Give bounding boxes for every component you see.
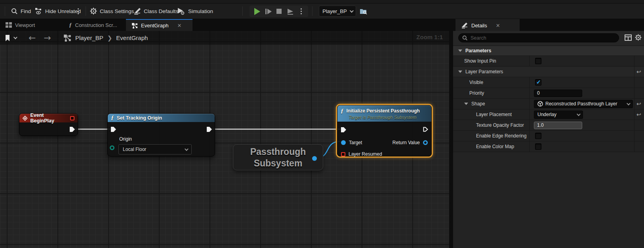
display-filter-icon[interactable] bbox=[625, 34, 632, 41]
search-icon bbox=[11, 8, 18, 15]
divider bbox=[20, 34, 21, 42]
return-value-label: Return Value bbox=[392, 140, 420, 145]
exec-in-pin[interactable] bbox=[341, 127, 346, 132]
play-button[interactable] bbox=[254, 8, 260, 15]
expander-triangle-icon bbox=[458, 71, 462, 73]
breadcrumb-root[interactable]: Player_BP bbox=[75, 34, 103, 41]
tab-eventgraph-label: EventGraph bbox=[141, 23, 168, 29]
target-label: Target bbox=[349, 140, 362, 145]
category-parameters[interactable]: Parameters bbox=[453, 46, 644, 56]
enable-edge-rendering-checkbox[interactable] bbox=[535, 133, 541, 139]
bookmark-chevron-icon[interactable] bbox=[13, 35, 17, 39]
possess-button[interactable] bbox=[287, 8, 294, 15]
node-initialize-persistent-passthrough[interactable]: ƒ Initialize Persistent Passthrough Targ… bbox=[337, 105, 432, 156]
category-label: Parameters bbox=[465, 48, 491, 53]
node-initialize-header: ƒ Initialize Persistent Passthrough Targ… bbox=[337, 105, 431, 122]
nav-back-button[interactable]: ← bbox=[25, 33, 40, 43]
property-label: Priority bbox=[469, 90, 484, 96]
expander-triangle-icon bbox=[464, 103, 468, 105]
texture-opacity-input[interactable] bbox=[534, 122, 582, 129]
property-label: Texture Opacity Factor bbox=[476, 122, 524, 128]
hide-unrelated-options-button[interactable] bbox=[76, 4, 80, 19]
stop-button[interactable] bbox=[276, 9, 282, 14]
chevron-down-icon bbox=[185, 147, 189, 151]
origin-enum-pin[interactable] bbox=[110, 145, 114, 150]
browse-to-asset-button[interactable] bbox=[360, 4, 368, 19]
visible-checkbox[interactable] bbox=[535, 79, 541, 86]
class-settings-button[interactable]: Class Settings bbox=[90, 4, 134, 19]
play-options-button[interactable] bbox=[299, 8, 303, 14]
menu-bar-strip bbox=[0, 0, 644, 4]
show-input-pin-checkbox[interactable] bbox=[535, 58, 541, 64]
frame-skip-button[interactable] bbox=[265, 9, 272, 14]
reset-to-default-icon[interactable]: ↩ bbox=[636, 69, 641, 75]
tab-viewport-label: Viewport bbox=[15, 22, 35, 28]
event-icon bbox=[23, 116, 27, 121]
tab-details[interactable]: Details ✕ bbox=[455, 19, 520, 31]
shape-dropdown[interactable]: Reconstructed Passthrough Layer bbox=[534, 100, 633, 108]
blueprint-selector-dropdown[interactable]: Player_BP bbox=[319, 6, 356, 17]
reset-to-default-icon[interactable]: ↩ bbox=[636, 101, 641, 107]
subsystem-out-pin[interactable] bbox=[312, 156, 317, 161]
details-search-row bbox=[453, 31, 644, 46]
origin-pin-label: Origin bbox=[119, 136, 132, 142]
close-details-icon[interactable]: ✕ bbox=[496, 23, 500, 29]
settings-gear-icon[interactable] bbox=[635, 34, 642, 41]
bookmark-icon[interactable] bbox=[5, 34, 10, 42]
eventgraph-canvas[interactable]: ← → Player_BP ❯ EventGraph Zoom 1:1 Even… bbox=[0, 31, 449, 248]
target-pin-row: Target bbox=[341, 140, 362, 145]
hide-unrelated-label: Hide Unrelated bbox=[45, 8, 81, 14]
property-row-shape: Shape Reconstructed Passthrough Layer ↩ bbox=[453, 99, 644, 109]
tab-details-label: Details bbox=[471, 23, 487, 29]
return-value-pin-row: Return Value bbox=[392, 140, 428, 145]
shape-value: Reconstructed Passthrough Layer bbox=[545, 101, 617, 107]
enable-color-map-checkbox[interactable] bbox=[535, 143, 541, 150]
property-row-layer-parameters[interactable]: Layer Parameters ↩ bbox=[453, 67, 644, 77]
tab-viewport[interactable]: Viewport bbox=[0, 19, 60, 31]
kebab-icon bbox=[76, 8, 80, 14]
close-tab-icon[interactable]: ✕ bbox=[177, 23, 181, 29]
search-box[interactable] bbox=[458, 33, 619, 42]
panel-splitter[interactable] bbox=[449, 19, 453, 248]
function-icon: ƒ bbox=[69, 22, 72, 29]
target-pin[interactable] bbox=[341, 140, 346, 145]
details-panel: Parameters Show Input Pin Layer Paramete… bbox=[453, 31, 644, 248]
property-label: Enable Color Map bbox=[476, 144, 514, 149]
exec-out-pin[interactable] bbox=[207, 127, 212, 132]
reset-to-default-icon[interactable]: ↩ bbox=[636, 111, 641, 118]
gear-icon bbox=[90, 8, 97, 15]
class-settings-label: Class Settings bbox=[100, 8, 134, 14]
node-get-passthrough-subsystem[interactable]: Passthrough Subsystem bbox=[233, 144, 323, 170]
search-input[interactable] bbox=[471, 35, 605, 41]
node-set-tracking-origin[interactable]: ƒ Set Tracking Origin Origin Local Floor bbox=[107, 113, 215, 156]
origin-value-dropdown[interactable]: Local Floor bbox=[118, 144, 192, 155]
edit-defaults-icon bbox=[133, 8, 141, 15]
find-button[interactable]: Find bbox=[11, 4, 31, 19]
exec-in-pin[interactable] bbox=[111, 127, 116, 132]
class-defaults-button[interactable]: Class Defaults bbox=[133, 4, 178, 19]
nav-forward-button[interactable]: → bbox=[40, 33, 55, 43]
delegate-pin[interactable] bbox=[70, 116, 74, 120]
layer-resumed-pin[interactable] bbox=[341, 152, 345, 156]
tab-eventgraph[interactable]: EventGraph ✕ bbox=[126, 19, 192, 31]
exec-out-pin[interactable] bbox=[70, 127, 75, 132]
priority-input[interactable] bbox=[534, 90, 582, 97]
simulation-button[interactable]: Simulation bbox=[177, 4, 213, 19]
breadcrumb-separator: ❯ bbox=[107, 34, 112, 42]
property-row-layer-placement: Layer Placement Underlay ↩ bbox=[453, 109, 644, 120]
chevron-down-icon bbox=[577, 112, 581, 116]
property-label: Layer Placement bbox=[476, 112, 512, 117]
tab-construction-script[interactable]: ƒ Construction Scr... bbox=[63, 19, 126, 31]
node-event-beginplay-header: Event BeginPlay bbox=[19, 114, 78, 122]
toolbar-separator bbox=[312, 6, 312, 16]
exec-out-pin[interactable] bbox=[423, 127, 429, 132]
node-event-beginplay[interactable]: Event BeginPlay bbox=[19, 113, 78, 136]
breadcrumb: Player_BP ❯ EventGraph bbox=[75, 34, 148, 42]
breadcrumb-current[interactable]: EventGraph bbox=[116, 34, 148, 41]
property-label: Visible bbox=[469, 80, 483, 85]
layer-placement-dropdown[interactable]: Underlay bbox=[534, 111, 583, 119]
hide-unrelated-button[interactable]: Hide Unrelated bbox=[35, 4, 81, 19]
return-value-pin[interactable] bbox=[423, 140, 428, 145]
property-row-enable-color-map: Enable Color Map bbox=[453, 141, 644, 152]
play-controls-group bbox=[250, 6, 308, 17]
